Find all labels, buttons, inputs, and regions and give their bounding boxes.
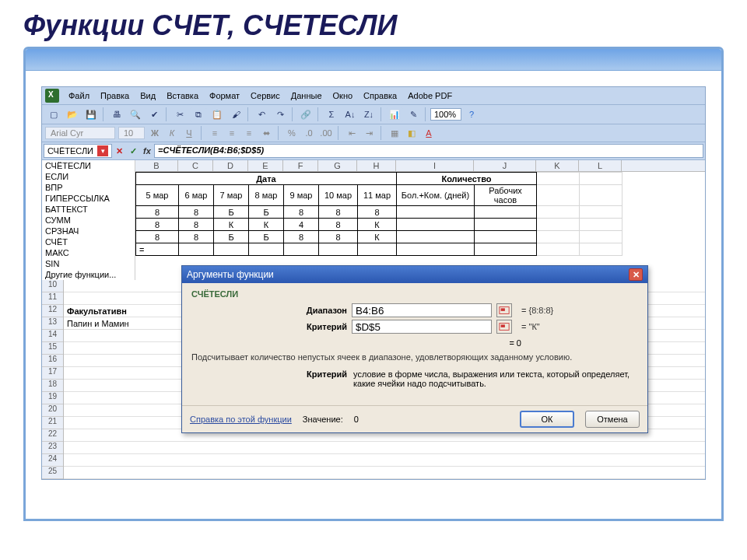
function-dropdown[interactable]: СЧЁТЕСЛИ ЕСЛИ ВПР ГИПЕРССЫЛКА БАТТЕКСТ С…	[42, 160, 135, 280]
decimal-dec-icon[interactable]: .00	[319, 126, 333, 140]
indent-dec-icon[interactable]: ⇤	[345, 126, 359, 140]
table-row: =	[136, 243, 622, 256]
menu-adobe[interactable]: Adobe PDF	[403, 89, 457, 102]
fn-item[interactable]: Другие функции...	[42, 269, 135, 280]
spell-icon[interactable]: ✔	[146, 107, 163, 122]
bold-icon[interactable]: Ж	[148, 126, 162, 140]
col-J[interactable]: J	[474, 160, 536, 171]
outer-window: Файл Правка Вид Вставка Формат Сервис Да…	[23, 47, 724, 521]
arg1-label: Диапазон	[191, 306, 347, 315]
arg2-label: Критерий	[191, 322, 347, 331]
fn-item[interactable]: МАКС	[42, 247, 135, 258]
fontcolor-icon[interactable]: A	[422, 126, 436, 140]
help-link[interactable]: Справка по этой функции	[190, 415, 292, 424]
fn-item[interactable]: ВПР	[42, 182, 135, 193]
fontsize-combo[interactable]: 10	[118, 127, 145, 139]
cancel-edit-icon[interactable]: ✕	[112, 144, 126, 158]
drawing-icon[interactable]: ✎	[405, 107, 422, 122]
undo-icon[interactable]: ↶	[253, 107, 270, 122]
currency-icon[interactable]: %	[285, 126, 299, 140]
col-F[interactable]: F	[283, 160, 318, 171]
enter-edit-icon[interactable]: ✓	[126, 144, 140, 158]
ok-button[interactable]: ОК	[520, 411, 574, 428]
outer-titlebar	[26, 49, 721, 71]
menu-tools[interactable]: Сервис	[246, 89, 285, 102]
save-icon[interactable]: 💾	[82, 107, 100, 122]
menu-data[interactable]: Данные	[286, 89, 327, 102]
fx-icon[interactable]: fx	[140, 144, 154, 158]
argdesc-label: Критерий	[191, 369, 347, 388]
cut-icon[interactable]: ✂	[171, 107, 188, 122]
sum-icon[interactable]: Σ	[323, 107, 340, 122]
chart-icon[interactable]: 📊	[386, 107, 403, 122]
formula-input[interactable]: =СЧЁТЕСЛИ(B4:B6;$D$5)	[154, 144, 703, 158]
menu-format[interactable]: Формат	[205, 89, 244, 102]
open-icon[interactable]: 📂	[64, 107, 81, 122]
col-C[interactable]: C	[178, 160, 213, 171]
arg1-refselect-icon[interactable]	[496, 303, 512, 317]
align-left-icon[interactable]: ≡	[208, 126, 222, 140]
underline-icon[interactable]: Ч	[182, 126, 196, 140]
col-K[interactable]: K	[536, 160, 579, 171]
grid-wrap: СЧЁТЕСЛИ ЕСЛИ ВПР ГИПЕРССЫЛКА БАТТЕКСТ С…	[42, 160, 705, 280]
grid-area[interactable]: B C D E F G H I J K L Дата	[135, 160, 705, 280]
font-combo[interactable]: Arial Cyr	[45, 127, 115, 139]
menu-help[interactable]: Справка	[359, 89, 402, 102]
zoom-combo[interactable]: 100%	[430, 108, 461, 121]
namebox-dropdown-icon[interactable]: ▾	[97, 145, 108, 156]
align-center-icon[interactable]: ≡	[225, 126, 239, 140]
col-B[interactable]: B	[135, 160, 178, 171]
col-I[interactable]: I	[396, 160, 474, 171]
fn-item[interactable]: СУММ	[42, 215, 135, 226]
align-right-icon[interactable]: ≡	[242, 126, 256, 140]
merge-icon[interactable]: ⬌	[259, 126, 273, 140]
menu-edit[interactable]: Правка	[96, 89, 134, 102]
dialog-title: Аргументы функции	[187, 269, 274, 280]
italic-icon[interactable]: К	[165, 126, 179, 140]
standard-toolbar: ▢ 📂 💾 🖶 🔍 ✔ ✂ ⧉ 📋 🖌 ↶ ↷ 🔗 Σ A↓	[42, 105, 705, 124]
fn-item[interactable]: СЧЁТ	[42, 236, 135, 247]
paste-icon[interactable]: 📋	[209, 107, 226, 122]
redo-icon[interactable]: ↷	[272, 107, 289, 122]
col-D[interactable]: D	[213, 160, 248, 171]
hdr-date: Дата	[136, 173, 397, 185]
menu-window[interactable]: Окно	[328, 89, 358, 102]
indent-inc-icon[interactable]: ⇥	[362, 126, 376, 140]
menu-file[interactable]: Файл	[64, 89, 94, 102]
fn-item[interactable]: SIN	[42, 258, 135, 269]
borders-icon[interactable]: ▦	[388, 126, 402, 140]
argdesc-text: условие в форме числа, выражения или тек…	[353, 369, 638, 388]
help-icon[interactable]: ?	[463, 107, 480, 122]
dialog-titlebar[interactable]: Аргументы функции ✕	[182, 266, 647, 283]
fmtpaint-icon[interactable]: 🖌	[227, 107, 244, 122]
fn-item[interactable]: СЧЁТЕСЛИ	[42, 160, 135, 171]
menu-view[interactable]: Вид	[135, 89, 160, 102]
cell-13[interactable]: Папин и Мамин	[67, 319, 129, 328]
new-icon[interactable]: ▢	[45, 107, 62, 122]
decimal-inc-icon[interactable]: .0	[302, 126, 316, 140]
fn-item[interactable]: СРЗНАЧ	[42, 226, 135, 236]
name-box[interactable]: СЧЁТЕСЛИ ▾	[44, 144, 112, 158]
col-G[interactable]: G	[318, 160, 357, 171]
arg1-input[interactable]	[352, 303, 492, 317]
data-table[interactable]: Дата Количество 5 мар6 мар 7 мар8 мар 9 …	[135, 172, 622, 256]
cell-12[interactable]: Факультативн	[67, 306, 127, 316]
menu-insert[interactable]: Вставка	[162, 89, 203, 102]
close-icon[interactable]: ✕	[629, 268, 643, 281]
print-icon[interactable]: 🖶	[108, 107, 125, 122]
col-H[interactable]: H	[357, 160, 396, 171]
fn-item[interactable]: ЕСЛИ	[42, 171, 135, 182]
fn-item[interactable]: БАТТЕКСТ	[42, 204, 135, 215]
sort-desc-icon[interactable]: Z↓	[360, 107, 377, 122]
fillcolor-icon[interactable]: ◧	[405, 126, 419, 140]
sort-asc-icon[interactable]: A↓	[342, 107, 359, 122]
col-E[interactable]: E	[248, 160, 283, 171]
cancel-button[interactable]: Отмена	[585, 411, 640, 428]
arg2-refselect-icon[interactable]	[496, 320, 512, 334]
link-icon[interactable]: 🔗	[297, 107, 314, 122]
copy-icon[interactable]: ⧉	[190, 107, 207, 122]
col-L[interactable]: L	[579, 160, 622, 171]
fn-item[interactable]: ГИПЕРССЫЛКА	[42, 193, 135, 204]
arg2-input[interactable]	[352, 320, 492, 334]
preview-icon[interactable]: 🔍	[127, 107, 144, 122]
